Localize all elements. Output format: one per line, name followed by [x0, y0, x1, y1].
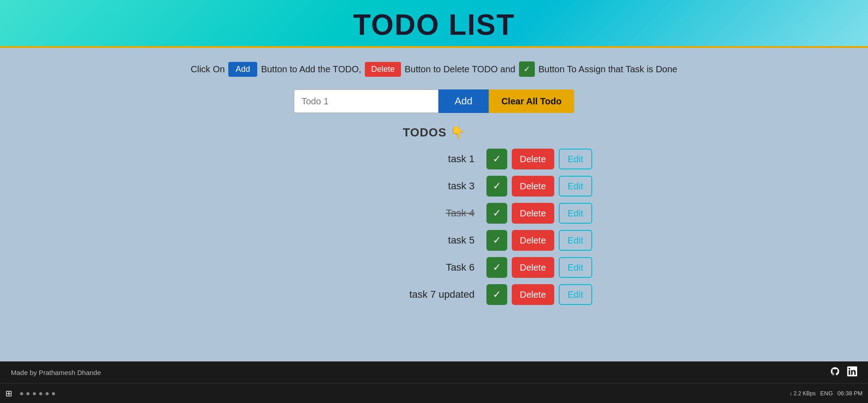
clear-all-button[interactable]: Clear All Todo: [489, 89, 574, 113]
instruction-middle1: Button to Add the TODO,: [261, 64, 361, 75]
table-row: task 1 ✓ Delete Edit: [276, 149, 592, 169]
todo-label: task 1: [393, 153, 475, 165]
taskbar-right: ↓ 2.2 KBps ENG 06:38 PM: [789, 390, 863, 397]
todo-label: task 5: [393, 234, 475, 246]
delete-button[interactable]: Delete: [512, 284, 554, 305]
done-button[interactable]: ✓: [486, 149, 507, 169]
done-button[interactable]: ✓: [486, 284, 507, 305]
taskbar-left: ⊞ ● ● ● ● ● ●: [5, 389, 56, 398]
footer: Made by Prathamesh Dhande: [0, 361, 868, 383]
edit-button[interactable]: Edit: [559, 149, 592, 169]
delete-button[interactable]: Delete: [512, 176, 554, 197]
done-button[interactable]: ✓: [486, 230, 507, 251]
edit-button[interactable]: Edit: [559, 176, 592, 197]
taskbar-icons: ● ● ● ● ● ●: [19, 389, 56, 398]
todo-label: Task 6: [393, 262, 475, 273]
edit-button[interactable]: Edit: [559, 230, 592, 251]
clock: 06:38 PM: [837, 390, 863, 397]
footer-credit: Made by Prathamesh Dhande: [11, 369, 101, 376]
add-button[interactable]: Add: [439, 89, 489, 113]
todos-heading: TODOS 👇: [403, 126, 465, 140]
table-row: task 5 ✓ Delete Edit: [276, 230, 592, 251]
table-row: task 3 ✓ Delete Edit: [276, 176, 592, 197]
instruction-suffix: Button To Assign that Task is Done: [538, 64, 677, 75]
delete-button[interactable]: Delete: [512, 257, 554, 278]
table-row: Task 4 ✓ Delete Edit: [276, 203, 592, 224]
done-button[interactable]: ✓: [486, 257, 507, 278]
instruction-middle2: Button to Delete TODO and: [405, 64, 515, 75]
done-demo-button[interactable]: ✓: [519, 61, 535, 77]
page-title: TODO LIST: [0, 8, 868, 42]
table-row: Task 6 ✓ Delete Edit: [276, 257, 592, 278]
edit-button[interactable]: Edit: [559, 203, 592, 224]
input-row: Add Clear All Todo: [294, 89, 575, 113]
todo-label-done: Task 4: [393, 207, 475, 219]
footer-icons: [830, 366, 857, 379]
instructions-row: Click On Add Button to Add the TODO, Del…: [191, 61, 677, 77]
add-demo-button[interactable]: Add: [228, 62, 257, 77]
edit-button[interactable]: Edit: [559, 257, 592, 278]
todo-input[interactable]: [294, 89, 439, 113]
delete-button[interactable]: Delete: [512, 203, 554, 224]
header: TODO LIST: [0, 0, 868, 48]
delete-button[interactable]: Delete: [512, 149, 554, 169]
todo-list: task 1 ✓ Delete Edit task 3 ✓ Delete Edi…: [276, 149, 592, 305]
done-button[interactable]: ✓: [486, 176, 507, 197]
delete-button[interactable]: Delete: [512, 230, 554, 251]
instruction-prefix: Click On: [191, 64, 225, 75]
main-content: Click On Add Button to Add the TODO, Del…: [0, 48, 868, 361]
language-indicator: ENG: [820, 390, 833, 397]
start-button[interactable]: ⊞: [5, 389, 12, 398]
delete-demo-button[interactable]: Delete: [365, 62, 401, 77]
taskbar: ⊞ ● ● ● ● ● ● ↓ 2.2 KBps ENG 06:38 PM: [0, 383, 868, 403]
linkedin-icon[interactable]: [847, 366, 857, 379]
todo-label: task 3: [393, 180, 475, 192]
done-button[interactable]: ✓: [486, 203, 507, 224]
github-icon[interactable]: [830, 366, 840, 379]
edit-button[interactable]: Edit: [559, 284, 592, 305]
table-row: task 7 updated ✓ Delete Edit: [276, 284, 592, 305]
todo-label: task 7 updated: [393, 289, 475, 300]
network-speed: ↓ 2.2 KBps: [789, 390, 816, 397]
